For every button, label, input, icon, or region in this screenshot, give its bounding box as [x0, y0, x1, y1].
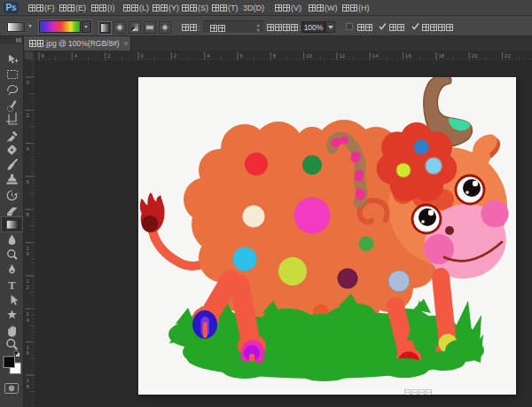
svg-text:6: 6 [27, 350, 30, 356]
svg-text:0: 0 [141, 53, 145, 59]
svg-text:2: 2 [27, 113, 30, 118]
svg-text:8: 8 [27, 384, 30, 389]
svg-text:12: 12 [340, 53, 346, 59]
svg-text:1: 1 [27, 278, 30, 284]
svg-text:4: 4 [74, 53, 78, 59]
svg-text:14: 14 [372, 53, 379, 59]
svg-text:4: 4 [27, 146, 30, 152]
svg-text:T: T [8, 279, 16, 292]
svg-text:4: 4 [27, 317, 30, 323]
svg-text:1: 1 [27, 378, 30, 383]
svg-text:4: 4 [207, 53, 210, 59]
svg-text:8: 8 [273, 53, 277, 59]
svg-text:2: 2 [107, 53, 111, 59]
svg-text:20: 20 [472, 53, 478, 59]
svg-text:18: 18 [439, 53, 445, 59]
svg-text:6: 6 [240, 53, 244, 59]
svg-text:2: 2 [27, 285, 30, 290]
svg-text:1: 1 [27, 345, 30, 350]
svg-text:6: 6 [42, 53, 45, 59]
svg-text:2: 2 [174, 53, 177, 59]
svg-text:16: 16 [405, 53, 411, 59]
svg-text:6: 6 [27, 179, 30, 184]
svg-text:1: 1 [27, 311, 30, 317]
svg-text:8: 8 [27, 212, 30, 217]
svg-text:1: 1 [27, 246, 30, 251]
svg-text:0: 0 [27, 80, 30, 85]
svg-text:0: 0 [27, 251, 30, 256]
svg-text:22: 22 [505, 53, 511, 59]
svg-text:10: 10 [306, 53, 312, 59]
